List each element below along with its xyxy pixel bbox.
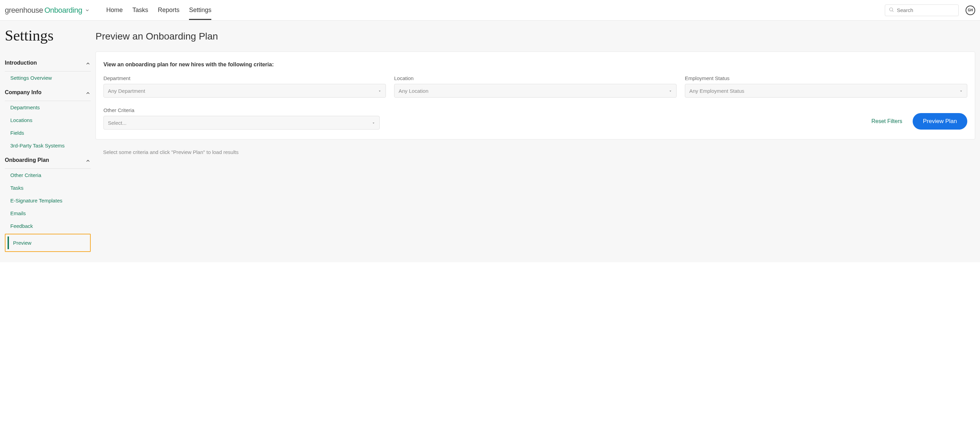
select-value: Select... xyxy=(108,120,126,126)
logo[interactable]: greenhouse Onboarding xyxy=(5,6,90,15)
svg-marker-2 xyxy=(379,91,381,91)
results-hint: Select some criteria and click "Preview … xyxy=(103,149,980,155)
filter-panel: View an onboarding plan for new hires wi… xyxy=(95,52,975,140)
department-select[interactable]: Any Department xyxy=(103,84,386,98)
svg-line-1 xyxy=(892,11,893,12)
svg-marker-4 xyxy=(961,91,962,91)
filter-employment-status: Employment Status Any Employment Status xyxy=(685,75,967,98)
actions: Reset Filters Preview Plan xyxy=(872,113,967,130)
reset-filters-link[interactable]: Reset Filters xyxy=(872,118,902,124)
filter-location: Location Any Location xyxy=(394,75,676,98)
filter-label: Employment Status xyxy=(685,75,967,81)
filter-row-1: Department Any Department Location Any L… xyxy=(103,75,967,98)
sidebar-item-preview-highlight: Preview xyxy=(5,234,91,252)
chevron-up-icon xyxy=(85,89,91,96)
svg-point-0 xyxy=(889,8,893,11)
sidebar-item-tasks[interactable]: Tasks xyxy=(5,181,91,194)
caret-down-icon xyxy=(669,88,672,94)
search-box[interactable] xyxy=(885,5,959,16)
select-value: Any Employment Status xyxy=(689,88,744,94)
sidebar-item-departments[interactable]: Departments xyxy=(5,101,91,114)
chevron-down-icon[interactable] xyxy=(85,6,90,15)
caret-down-icon xyxy=(378,88,382,94)
filter-other: Other Criteria Select... xyxy=(103,107,380,130)
sidebar: Settings Introduction Settings Overview … xyxy=(0,21,95,262)
search-input[interactable] xyxy=(897,7,955,13)
select-value: Any Location xyxy=(399,88,428,94)
preview-plan-button[interactable]: Preview Plan xyxy=(913,113,967,130)
nav-reports[interactable]: Reports xyxy=(158,0,179,20)
chevron-up-icon xyxy=(85,157,91,164)
sidebar-item-feedback[interactable]: Feedback xyxy=(5,219,91,232)
sidebar-item-esignature[interactable]: E-Signature Templates xyxy=(5,194,91,207)
nav-home[interactable]: Home xyxy=(106,0,123,20)
sidebar-item-preview[interactable]: Preview xyxy=(8,237,88,249)
logo-text-2: Onboarding xyxy=(45,6,82,15)
caret-down-icon xyxy=(372,120,375,126)
filter-label: Other Criteria xyxy=(103,107,380,113)
sidebar-item-locations[interactable]: Locations xyxy=(5,114,91,127)
sidebar-item-emails[interactable]: Emails xyxy=(5,207,91,219)
primary-nav: Home Tasks Reports Settings xyxy=(106,0,885,20)
sidebar-section-onboarding-plan[interactable]: Onboarding Plan xyxy=(5,152,91,169)
sidebar-section-introduction[interactable]: Introduction xyxy=(5,55,91,72)
svg-marker-3 xyxy=(670,91,671,91)
select-value: Any Department xyxy=(108,88,145,94)
section-title: Company Info xyxy=(5,89,41,95)
sidebar-item-settings-overview[interactable]: Settings Overview xyxy=(5,72,91,84)
chevron-up-icon xyxy=(85,59,91,66)
filter-row-2: Other Criteria Select... Reset Filters P… xyxy=(103,107,967,130)
avatar[interactable]: GH xyxy=(966,5,975,15)
caret-down-icon xyxy=(959,88,963,94)
page-title: Settings xyxy=(5,27,91,45)
svg-marker-5 xyxy=(373,122,375,123)
filter-label: Location xyxy=(394,75,676,81)
employment-status-select[interactable]: Any Employment Status xyxy=(685,84,967,98)
nav-tasks[interactable]: Tasks xyxy=(132,0,148,20)
location-select[interactable]: Any Location xyxy=(394,84,676,98)
sidebar-item-3rd-party[interactable]: 3rd-Party Task Systems xyxy=(5,139,91,152)
logo-text-1: greenhouse xyxy=(5,6,43,15)
header: greenhouse Onboarding Home Tasks Reports… xyxy=(0,0,980,21)
main-title: Preview an Onboarding Plan xyxy=(95,31,980,42)
filter-label: Department xyxy=(103,75,386,81)
nav-settings[interactable]: Settings xyxy=(189,0,211,20)
page-body: Settings Introduction Settings Overview … xyxy=(0,21,980,262)
filter-department: Department Any Department xyxy=(103,75,386,98)
other-criteria-select[interactable]: Select... xyxy=(103,116,380,130)
sidebar-section-company-info[interactable]: Company Info xyxy=(5,84,91,101)
sidebar-item-other-criteria[interactable]: Other Criteria xyxy=(5,169,91,181)
main-content: Preview an Onboarding Plan View an onboa… xyxy=(95,21,980,262)
section-title: Introduction xyxy=(5,60,37,66)
section-title: Onboarding Plan xyxy=(5,157,49,163)
search-icon xyxy=(889,7,894,14)
panel-heading: View an onboarding plan for new hires wi… xyxy=(103,62,967,68)
sidebar-item-fields[interactable]: Fields xyxy=(5,127,91,139)
